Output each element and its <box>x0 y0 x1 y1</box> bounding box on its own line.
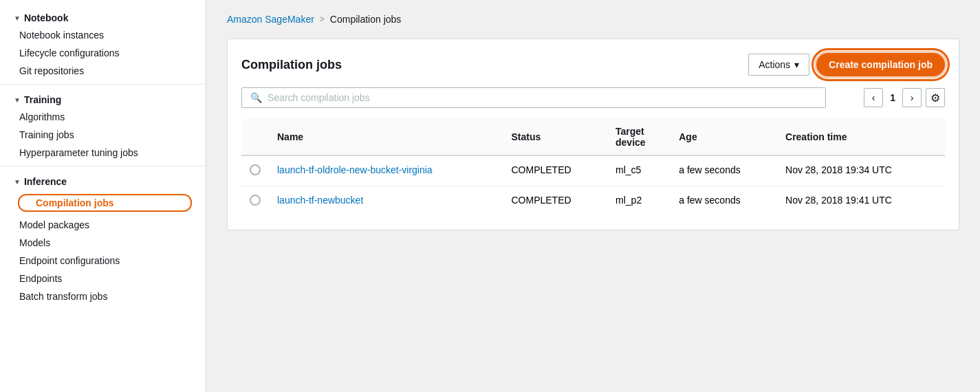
search-bar[interactable]: 🔍 <box>241 87 826 108</box>
sidebar-section-inference-label: Inference <box>24 176 67 187</box>
panel-title: Compilation jobs <box>241 58 342 72</box>
search-row: 🔍 ‹ 1 › ⚙ <box>241 87 945 108</box>
col-header-status: Status <box>503 119 607 155</box>
sidebar: ▼ Notebook Notebook instances Lifecycle … <box>0 0 206 392</box>
sidebar-item-git-repositories[interactable]: Git repositories <box>0 62 206 80</box>
triangle-icon-2: ▼ <box>14 96 21 104</box>
breadcrumb: Amazon SageMaker > Compilation jobs <box>227 14 959 25</box>
table-row: launch-tf-newbucket COMPLETED ml_p2 a fe… <box>241 186 945 217</box>
sidebar-item-batch-transform-jobs[interactable]: Batch transform jobs <box>0 287 206 305</box>
actions-button[interactable]: Actions ▾ <box>748 54 809 76</box>
breadcrumb-link-sagemaker[interactable]: Amazon SageMaker <box>227 14 314 25</box>
divider-1 <box>0 84 206 85</box>
row-select-1[interactable] <box>241 186 269 217</box>
search-input[interactable] <box>268 92 817 103</box>
breadcrumb-separator: > <box>320 14 325 24</box>
sidebar-section-notebook[interactable]: ▼ Notebook <box>0 7 206 26</box>
table-row: launch-tf-oldrole-new-bucket-virginia CO… <box>241 155 945 186</box>
sidebar-section-training[interactable]: ▼ Training <box>0 89 206 108</box>
sidebar-section-notebook-label: Notebook <box>24 12 69 23</box>
row-name-1: launch-tf-newbucket <box>269 186 503 217</box>
pagination-prev-button[interactable]: ‹ <box>864 88 883 107</box>
row-status-0: COMPLETED <box>503 155 607 186</box>
row-status-1: COMPLETED <box>503 186 607 217</box>
job-link-1[interactable]: launch-tf-newbucket <box>277 195 363 206</box>
sidebar-item-algorithms[interactable]: Algorithms <box>0 108 206 126</box>
sidebar-item-model-packages[interactable]: Model packages <box>0 216 206 234</box>
compilation-jobs-panel: Compilation jobs Actions ▾ Create compil… <box>227 39 959 230</box>
main-content: Amazon SageMaker > Compilation jobs Comp… <box>206 0 980 392</box>
compilation-jobs-table: Name Status Targetdevice Age Creation ti… <box>241 119 945 216</box>
col-header-name: Name <box>269 119 503 155</box>
pagination: ‹ 1 › ⚙ <box>864 88 945 107</box>
sidebar-item-notebook-instances[interactable]: Notebook instances <box>0 26 206 44</box>
sidebar-item-hyperparameter-tuning-jobs[interactable]: Hyperparameter tuning jobs <box>0 144 206 162</box>
row-creation-time-0: Nov 28, 2018 19:34 UTC <box>777 155 945 186</box>
create-compilation-job-button[interactable]: Create compilation job <box>816 53 945 76</box>
table-settings-button[interactable]: ⚙ <box>926 88 945 107</box>
col-header-age: Age <box>671 119 777 155</box>
panel-header: Compilation jobs Actions ▾ Create compil… <box>241 53 945 76</box>
row-name-0: launch-tf-oldrole-new-bucket-virginia <box>269 155 503 186</box>
col-header-select <box>241 119 269 155</box>
radio-button-0[interactable] <box>250 164 261 175</box>
col-header-creation-time: Creation time <box>777 119 945 155</box>
sidebar-item-compilation-jobs[interactable]: Compilation jobs <box>18 194 192 212</box>
col-header-target-device: Targetdevice <box>607 119 671 155</box>
radio-button-1[interactable] <box>250 195 261 206</box>
triangle-icon-3: ▼ <box>14 178 21 186</box>
pagination-next-button[interactable]: › <box>902 88 922 107</box>
breadcrumb-current: Compilation jobs <box>330 14 402 25</box>
triangle-icon: ▼ <box>14 14 21 22</box>
sidebar-section-inference[interactable]: ▼ Inference <box>0 171 206 190</box>
row-select-0[interactable] <box>241 155 269 186</box>
dropdown-arrow-icon: ▾ <box>794 59 799 70</box>
row-target-device-1: ml_p2 <box>607 186 671 217</box>
row-creation-time-1: Nov 28, 2018 19:41 UTC <box>777 186 945 217</box>
sidebar-item-training-jobs[interactable]: Training jobs <box>0 126 206 144</box>
divider-2 <box>0 166 206 166</box>
actions-button-label: Actions <box>759 59 790 70</box>
sidebar-item-lifecycle-configurations[interactable]: Lifecycle configurations <box>0 44 206 62</box>
row-target-device-0: ml_c5 <box>607 155 671 186</box>
panel-actions: Actions ▾ Create compilation job <box>748 53 945 76</box>
search-icon: 🔍 <box>250 92 262 103</box>
row-age-1: a few seconds <box>671 186 777 217</box>
pagination-page-number: 1 <box>887 92 898 103</box>
sidebar-item-endpoint-configurations[interactable]: Endpoint configurations <box>0 252 206 270</box>
row-age-0: a few seconds <box>671 155 777 186</box>
sidebar-section-training-label: Training <box>24 94 61 105</box>
sidebar-item-endpoints[interactable]: Endpoints <box>0 270 206 287</box>
sidebar-item-models[interactable]: Models <box>0 234 206 252</box>
job-link-0[interactable]: launch-tf-oldrole-new-bucket-virginia <box>277 164 433 175</box>
